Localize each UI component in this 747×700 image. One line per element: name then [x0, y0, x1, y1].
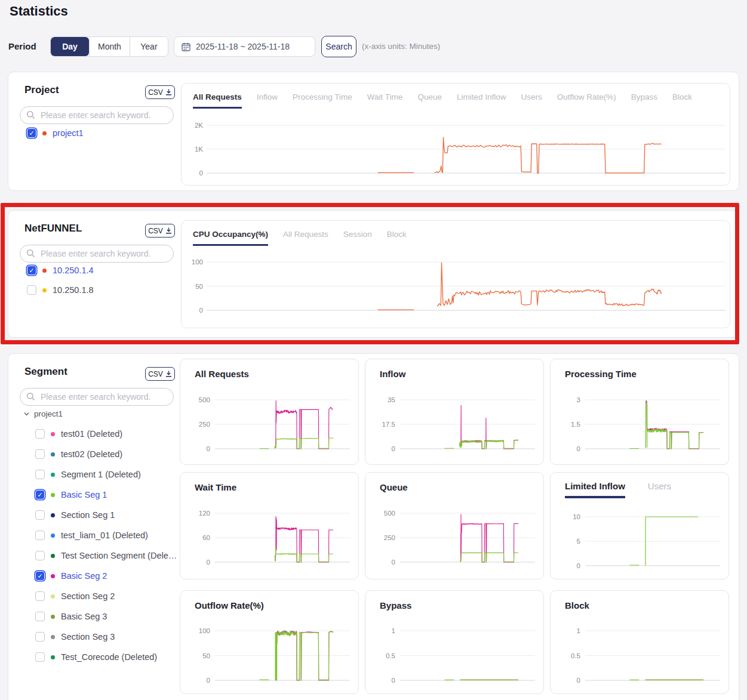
tab-block[interactable]: Block	[672, 92, 692, 109]
project-search-input[interactable]	[20, 106, 174, 124]
checkbox-checked[interactable]: ✓	[27, 266, 36, 275]
checkbox-item-section-seg-2[interactable]: Section Seg 2	[35, 590, 177, 602]
tab-limited-inflow[interactable]: Limited Inflow	[565, 481, 625, 498]
series-color-dot	[51, 574, 55, 578]
chart-title: Queue	[380, 482, 408, 492]
netfunnel-pane-title: NetFUNNEL	[24, 223, 82, 235]
project-csv-button[interactable]: CSV	[145, 85, 175, 99]
project-item-list: ✓project1	[27, 127, 84, 139]
download-icon	[165, 371, 172, 377]
tab-users[interactable]: Users	[521, 92, 542, 109]
checkbox-item-test-liam-01-deleted[interactable]: test_liam_01 (Deleted)	[35, 529, 177, 541]
checkbox-item-10-250-1-4[interactable]: ✓10.250.1.4	[27, 264, 94, 276]
tab-cpu-occupancy[interactable]: CPU Occupancy(%)	[193, 230, 268, 246]
tab-bypass[interactable]: Bypass	[631, 92, 657, 109]
item-label: 10.250.1.8	[53, 285, 94, 295]
limited-inflow-users-tabs: Limited InflowUsers	[565, 481, 671, 498]
chart-title: Processing Time	[565, 369, 637, 379]
segment-item-list: test01 (Deleted)test02 (Deleted)Segment …	[35, 428, 177, 663]
svg-text:0: 0	[207, 677, 210, 684]
checkbox-unchecked[interactable]	[35, 551, 45, 560]
netfunnel-search-input[interactable]	[20, 245, 174, 263]
axis-units-note: (x-axis units: Minutes)	[362, 42, 440, 51]
checkbox-unchecked[interactable]	[35, 510, 45, 520]
segment-search-input[interactable]	[20, 388, 174, 406]
svg-text:0.5: 0.5	[386, 652, 395, 659]
checkbox-unchecked[interactable]	[35, 429, 45, 439]
checkbox-item-project1[interactable]: ✓project1	[27, 127, 84, 139]
svg-text:0: 0	[577, 677, 580, 684]
checkbox-item-10-250-1-8[interactable]: 10.250.1.8	[27, 284, 94, 296]
svg-text:0.5: 0.5	[571, 652, 580, 659]
checkbox-item-test02-deleted[interactable]: test02 (Deleted)	[35, 448, 177, 460]
checkbox-item-section-seg-1[interactable]: Section Seg 1	[35, 509, 177, 521]
checkbox-item-basic-seg-3[interactable]: Basic Seg 3	[35, 610, 177, 622]
item-label: Basic Seg 2	[61, 571, 107, 581]
segment-search	[20, 388, 174, 406]
item-label: test_liam_01 (Deleted)	[61, 531, 148, 540]
svg-text:50: 50	[195, 283, 203, 290]
tab-outflow-rate[interactable]: Outflow Rate(%)	[557, 92, 616, 109]
series-color-dot	[51, 493, 55, 497]
checkbox-unchecked[interactable]	[35, 470, 45, 479]
svg-text:10: 10	[573, 513, 580, 520]
checkbox-checked[interactable]: ✓	[27, 128, 36, 138]
svg-text:100: 100	[199, 627, 210, 634]
chart-card-processing-time: Processing Time 31.50	[550, 359, 729, 465]
chart-title: Inflow	[380, 369, 405, 379]
checkbox-unchecked[interactable]	[35, 632, 45, 642]
svg-text:250: 250	[199, 421, 210, 428]
csv-label: CSV	[148, 370, 163, 378]
tab-block[interactable]: Block	[387, 230, 407, 246]
checkbox-unchecked[interactable]	[35, 612, 45, 621]
checkbox-unchecked[interactable]	[27, 285, 36, 295]
checkbox-unchecked[interactable]	[35, 652, 45, 662]
tab-month[interactable]: Month	[89, 37, 130, 56]
tab-session[interactable]: Session	[343, 230, 372, 246]
checkbox-item-test-corecode-deleted[interactable]: Test_Corecode (Deleted)	[35, 651, 177, 663]
checkbox-item-test01-deleted[interactable]: test01 (Deleted)	[35, 428, 177, 440]
segment-tree-root[interactable]: project1	[23, 408, 177, 420]
tab-day[interactable]: Day	[51, 37, 89, 56]
tab-year[interactable]: Year	[130, 37, 168, 56]
svg-text:0: 0	[199, 169, 203, 177]
tab-all-requests[interactable]: All Requests	[283, 230, 328, 246]
tab-wait-time[interactable]: Wait Time	[367, 92, 403, 109]
tab-processing-time[interactable]: Processing Time	[293, 92, 352, 109]
checkbox-item-basic-seg-1[interactable]: ✓Basic Seg 1	[35, 489, 177, 501]
date-range-input[interactable]: 2025-11-18 ~ 2025-11-18	[174, 36, 315, 57]
svg-text:50: 50	[202, 652, 210, 659]
series-color-dot	[42, 269, 47, 273]
segment-pane-title: Segment	[24, 366, 67, 378]
checkbox-item-segment-1-deleted[interactable]: Segment 1 (Deleted)	[35, 468, 177, 480]
item-label: Test Section Segment (Delet...	[61, 551, 177, 560]
netfunnel-chart-panel: CPU Occupancy(%)All RequestsSessionBlock…	[181, 220, 730, 328]
series-color-dot	[51, 594, 55, 599]
netfunnel-csv-button[interactable]: CSV	[145, 224, 175, 238]
checkbox-unchecked[interactable]	[35, 449, 45, 459]
checkbox-checked[interactable]: ✓	[35, 571, 45, 581]
checkbox-item-section-seg-3[interactable]: Section Seg 3	[35, 631, 177, 643]
checkbox-checked[interactable]: ✓	[35, 490, 45, 499]
series-color-dot	[42, 288, 47, 292]
series-color-dot	[51, 554, 55, 558]
svg-text:500: 500	[384, 510, 395, 517]
svg-text:0: 0	[577, 445, 580, 452]
checkbox-unchecked[interactable]	[35, 531, 45, 540]
search-button[interactable]: Search	[321, 36, 356, 57]
segment-csv-button[interactable]: CSV	[145, 367, 175, 381]
segment-tree-root-label: project1	[34, 409, 63, 418]
checkbox-unchecked[interactable]	[35, 591, 45, 601]
chart-title: Bypass	[380, 600, 411, 610]
tab-all-requests[interactable]: All Requests	[193, 92, 242, 109]
tab-queue[interactable]: Queue	[417, 92, 442, 109]
svg-text:250: 250	[384, 534, 395, 541]
tab-limited-inflow[interactable]: Limited Inflow	[457, 92, 506, 109]
checkbox-item-test-section-segment-delet[interactable]: Test Section Segment (Delet...	[35, 550, 177, 562]
tab-inflow[interactable]: Inflow	[257, 92, 278, 109]
series-color-dot	[51, 615, 55, 619]
tab-users[interactable]: Users	[648, 481, 671, 498]
checkbox-item-basic-seg-2[interactable]: ✓Basic Seg 2	[35, 570, 177, 582]
svg-text:35: 35	[388, 396, 395, 403]
series-color-dot	[51, 432, 55, 436]
